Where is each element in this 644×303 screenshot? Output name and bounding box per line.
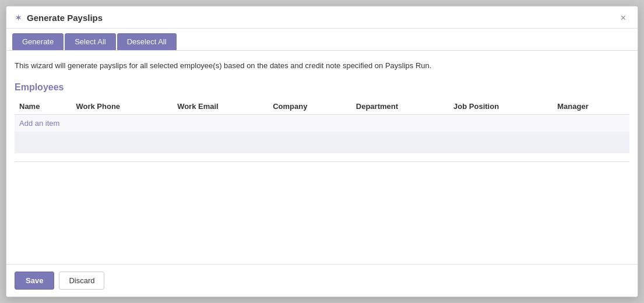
col-name: Name: [15, 98, 71, 115]
col-work-email: Work Email: [173, 98, 268, 115]
add-item-label[interactable]: Add an item: [19, 119, 59, 128]
employees-section-title: Employees: [15, 82, 629, 93]
close-button[interactable]: ×: [618, 13, 628, 23]
empty-row-1: [15, 132, 629, 153]
col-department: Department: [351, 98, 449, 115]
save-button[interactable]: Save: [15, 272, 54, 290]
add-item-cell[interactable]: Add an item: [15, 114, 629, 132]
separator-row: [15, 153, 629, 161]
deselect-all-button[interactable]: Deselect All: [117, 33, 177, 50]
table-header-row: Name Work Phone Work Email Company Depar…: [15, 98, 629, 115]
empty-cell-1: [15, 132, 629, 153]
generate-payslips-modal: ✶ Generate Payslips × Generate Select Al…: [6, 6, 638, 297]
modal-title-row: ✶ Generate Payslips: [15, 12, 103, 23]
generate-button[interactable]: Generate: [12, 33, 64, 50]
col-company: Company: [268, 98, 351, 115]
modal-footer: Save Discard: [6, 264, 638, 297]
col-work-phone: Work Phone: [71, 98, 173, 115]
add-item-row[interactable]: Add an item: [15, 114, 629, 132]
toolbar: Generate Select All Deselect All: [6, 29, 638, 51]
select-all-button[interactable]: Select All: [65, 33, 115, 50]
table-body: Add an item: [15, 114, 629, 161]
modal-body: This wizard will generate payslips for a…: [6, 51, 638, 264]
employees-table: Name Work Phone Work Email Company Depar…: [15, 98, 629, 162]
table-header: Name Work Phone Work Email Company Depar…: [15, 98, 629, 115]
discard-button[interactable]: Discard: [59, 272, 104, 290]
separator-cell: [15, 153, 629, 161]
col-job-position: Job Position: [449, 98, 552, 115]
modal-title: Generate Payslips: [27, 13, 103, 23]
col-manager: Manager: [552, 98, 629, 115]
modal-header: ✶ Generate Payslips ×: [6, 6, 638, 29]
description-text: This wizard will generate payslips for a…: [15, 60, 629, 72]
gear-icon: ✶: [15, 12, 22, 23]
